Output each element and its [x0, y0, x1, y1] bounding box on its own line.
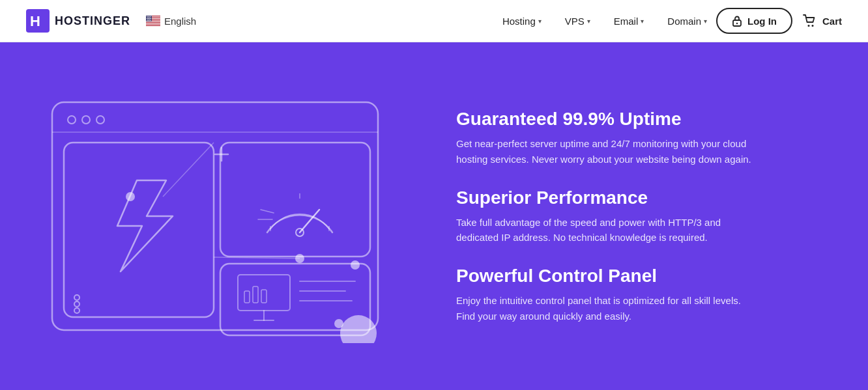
svg-point-30: [149, 20, 149, 21]
svg-point-13: [149, 16, 150, 17]
login-button[interactable]: Log In: [716, 8, 792, 34]
nav-item-domain[interactable]: Domain ▾: [658, 10, 716, 32]
cart-button[interactable]: Cart: [803, 14, 842, 27]
hero-illustration: [46, 89, 384, 343]
nav-email-label: Email: [614, 16, 639, 27]
logo[interactable]: H HOSTINGER: [26, 9, 130, 33]
svg-line-69: [214, 257, 300, 258]
svg-point-38: [68, 116, 76, 124]
svg-point-67: [340, 315, 377, 343]
features-panel: Guaranteed 99.9% Uptime Get near-perfect…: [430, 42, 868, 390]
feature-panel: Powerful Control Panel Enjoy the intuiti…: [456, 266, 829, 324]
chevron-down-icon: ▾: [538, 18, 542, 25]
svg-point-26: [149, 19, 150, 20]
svg-point-17: [149, 17, 150, 18]
navbar-left: H HOSTINGER: [26, 9, 493, 33]
feature-uptime-desc: Get near-perfect server uptime and 24/7 …: [456, 136, 756, 167]
illustration-panel: [0, 42, 430, 390]
chevron-down-icon: ▾: [641, 18, 644, 25]
svg-point-36: [811, 25, 813, 27]
flag-icon: [146, 16, 160, 26]
feature-performance-title: Superior Performance: [456, 188, 829, 208]
main-content: Guaranteed 99.9% Uptime Get near-perfect…: [0, 42, 868, 390]
svg-point-35: [807, 25, 809, 27]
svg-text:H: H: [30, 13, 40, 29]
svg-point-28: [147, 20, 147, 21]
svg-rect-61: [253, 286, 258, 303]
svg-rect-60: [244, 291, 250, 303]
svg-point-20: [147, 18, 148, 19]
svg-point-48: [126, 192, 135, 201]
svg-point-27: [150, 19, 151, 20]
svg-rect-49: [220, 143, 370, 257]
feature-panel-desc: Enjoy the intuitive control panel that i…: [456, 293, 756, 324]
svg-point-46: [74, 295, 80, 300]
feature-panel-title: Powerful Control Panel: [456, 266, 829, 286]
svg-point-24: [147, 19, 148, 20]
nav-vps-label: VPS: [565, 16, 585, 27]
svg-point-70: [351, 260, 360, 270]
lang-label: English: [164, 16, 196, 27]
svg-point-21: [149, 18, 149, 19]
cart-icon: [803, 14, 817, 27]
nav-item-email[interactable]: Email ▾: [605, 10, 654, 32]
feature-uptime-title: Guaranteed 99.9% Uptime: [456, 109, 829, 130]
nav-item-hosting[interactable]: Hosting ▾: [493, 10, 551, 32]
svg-point-22: [149, 18, 150, 19]
cart-label: Cart: [822, 16, 842, 27]
svg-point-16: [148, 17, 149, 18]
svg-point-23: [151, 18, 151, 19]
svg-point-10: [147, 16, 147, 17]
nav-item-vps[interactable]: VPS ▾: [556, 10, 600, 32]
feature-uptime: Guaranteed 99.9% Uptime Get near-perfect…: [456, 109, 829, 167]
nav-domain-label: Domain: [667, 16, 701, 27]
svg-point-29: [147, 20, 148, 21]
logo-text: HOSTINGER: [55, 14, 130, 28]
feature-performance: Superior Performance Take full advantage…: [456, 188, 829, 245]
svg-rect-57: [238, 275, 290, 311]
svg-point-19: [147, 18, 147, 19]
svg-rect-8: [146, 25, 160, 25]
svg-point-31: [149, 20, 150, 21]
svg-point-11: [147, 16, 148, 17]
svg-point-25: [148, 19, 149, 20]
lock-icon: [732, 15, 742, 27]
navbar-nav: Hosting ▾ VPS ▾ Email ▾ Domain ▾: [493, 10, 716, 32]
svg-point-12: [149, 16, 149, 17]
hostinger-logo-icon: H: [26, 9, 50, 33]
feature-performance-desc: Take full advantage of the speed and pow…: [456, 215, 756, 245]
login-label: Log In: [747, 16, 777, 27]
chevron-down-icon: ▾: [587, 18, 590, 25]
svg-point-14: [151, 16, 151, 17]
svg-rect-42: [64, 143, 214, 317]
svg-rect-6: [146, 21, 160, 22]
svg-rect-62: [261, 290, 267, 303]
svg-point-34: [736, 23, 738, 24]
svg-point-40: [96, 116, 104, 124]
svg-point-47: [74, 308, 80, 313]
svg-point-39: [82, 116, 90, 124]
svg-point-15: [147, 17, 148, 18]
svg-line-68: [163, 143, 214, 197]
navbar-right: Log In Cart: [716, 8, 842, 34]
svg-point-18: [150, 17, 151, 18]
navbar: H HOSTINGER: [0, 0, 868, 42]
svg-rect-37: [52, 102, 378, 330]
chevron-down-icon: ▾: [704, 18, 707, 25]
nav-hosting-label: Hosting: [502, 16, 536, 27]
language-selector[interactable]: English: [146, 16, 196, 27]
svg-rect-7: [146, 23, 160, 23]
svg-point-32: [151, 20, 151, 21]
svg-point-45: [74, 301, 80, 307]
